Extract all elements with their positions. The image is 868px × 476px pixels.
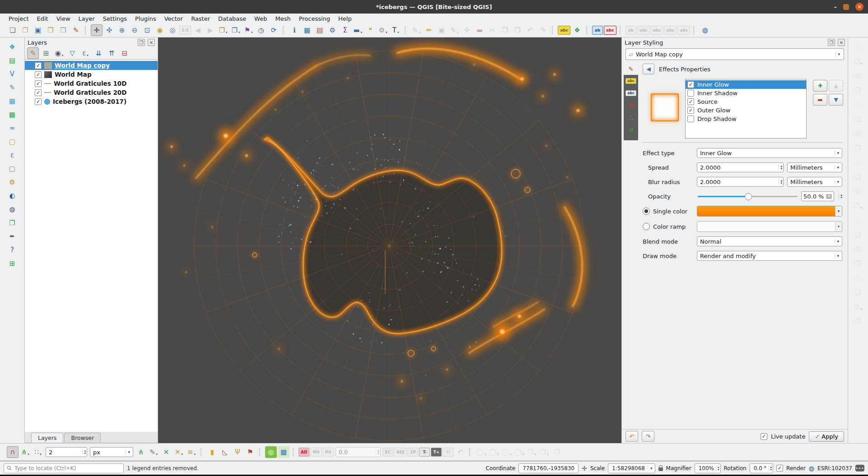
minimize-button[interactable]: – bbox=[834, 4, 837, 10]
construction-mode[interactable]: ◺ bbox=[219, 446, 231, 458]
layer-item[interactable]: ✓World Graticules 20D bbox=[25, 88, 158, 97]
scale-select[interactable]: 1:58298068 ▾ bbox=[608, 463, 655, 473]
layer-labeling-options[interactable]: abc bbox=[558, 26, 570, 35]
map-canvas[interactable] bbox=[158, 37, 621, 443]
collapse-all[interactable]: ⇈ bbox=[106, 47, 117, 59]
pin-labels[interactable]: ab bbox=[592, 26, 603, 35]
tab-browser[interactable]: Browser bbox=[64, 433, 101, 443]
apply-button[interactable]: ✓ Apply bbox=[809, 431, 844, 442]
invert-selection[interactable]: ◐ bbox=[6, 190, 18, 202]
show-layout-manager[interactable]: ❒ bbox=[57, 24, 69, 36]
snapping-on-intersection[interactable]: ✕ bbox=[160, 446, 172, 458]
effect-checkbox[interactable] bbox=[687, 116, 694, 122]
spread-input[interactable]: 2.0000 ▴▾ bbox=[697, 162, 784, 172]
save-project[interactable]: ▣ bbox=[32, 24, 44, 36]
menu-view[interactable]: View bbox=[52, 14, 75, 23]
metasearch[interactable]: ◍ bbox=[699, 24, 711, 36]
float-panel-icon[interactable]: ❐ bbox=[828, 39, 835, 46]
enable-tracing[interactable]: ≋▾ bbox=[186, 446, 197, 458]
menu-mesh[interactable]: Mesh bbox=[271, 14, 294, 23]
deselect-features[interactable]: ▢ bbox=[6, 163, 18, 175]
statistical-summary-dock[interactable]: ▤ bbox=[6, 55, 18, 66]
remove-effect-button[interactable]: ▬ bbox=[813, 94, 827, 106]
cad-t-minus[interactable]: T- bbox=[419, 448, 430, 457]
effect-item[interactable]: Inner Shadow bbox=[686, 89, 806, 97]
layer-visibility-checkbox[interactable]: ✓ bbox=[35, 98, 42, 105]
add-effect-button[interactable]: ✚ bbox=[813, 80, 827, 92]
osm-edit[interactable]: ▩ bbox=[278, 446, 289, 458]
single-color-radio[interactable] bbox=[643, 208, 650, 215]
filter-by-expression[interactable]: ε▾ bbox=[79, 47, 91, 59]
effect-checkbox[interactable]: ✓ bbox=[687, 107, 694, 114]
menu-settings[interactable]: Settings bbox=[99, 14, 131, 23]
messages-button[interactable]: ••• bbox=[855, 465, 864, 471]
effect-type-select[interactable]: Inner Glow ▾ bbox=[697, 148, 842, 158]
menu-plugins[interactable]: Plugins bbox=[131, 14, 160, 23]
layer-diagram-options[interactable]: ❖ bbox=[571, 24, 583, 36]
show-spatial-bookmarks[interactable]: ⚑▾ bbox=[243, 24, 254, 36]
field-calculator-left[interactable]: ✎ bbox=[6, 82, 18, 93]
tab-history[interactable]: ↺ bbox=[624, 124, 638, 136]
menu-web[interactable]: Web bbox=[250, 14, 271, 23]
menu-vector[interactable]: Vector bbox=[160, 14, 187, 23]
open-attribute-table[interactable]: ▦ bbox=[301, 24, 313, 36]
field-calculator[interactable]: Σ bbox=[339, 24, 351, 36]
effect-checkbox[interactable]: ✓ bbox=[687, 98, 694, 105]
single-color-swatch[interactable]: ▾ bbox=[697, 206, 842, 217]
draw-mode-select[interactable]: Render and modify ▾ bbox=[697, 251, 842, 261]
move-effect-down-button[interactable]: ▼ bbox=[829, 94, 843, 106]
highlight-pinned-labels[interactable]: abc bbox=[604, 26, 616, 35]
float-panel-icon[interactable]: ❐ bbox=[138, 39, 145, 46]
annotation-pen[interactable]: ✒ bbox=[6, 231, 18, 242]
zoom-in[interactable]: ⊕ bbox=[116, 24, 128, 36]
effect-checkbox[interactable] bbox=[687, 90, 694, 97]
extents-icon[interactable]: ✛ bbox=[582, 465, 587, 472]
blur-radius-input[interactable]: 2.0000 ▴▾ bbox=[697, 177, 784, 187]
cad-enable[interactable]: AD bbox=[299, 448, 309, 457]
add-spatialite-layer[interactable]: ❒ bbox=[6, 217, 18, 229]
layer-item[interactable]: ✓World Graticules 10D bbox=[25, 79, 158, 88]
snapping-mode[interactable]: ⋔▾ bbox=[19, 446, 31, 458]
osm-toolbox[interactable]: ⚙ bbox=[6, 176, 18, 188]
temporal-controller[interactable]: ◷ bbox=[255, 24, 267, 36]
filter-legend[interactable]: ▽ bbox=[66, 47, 78, 59]
menu-processing[interactable]: Processing bbox=[295, 14, 334, 23]
effect-item[interactable]: ✓Source bbox=[686, 97, 806, 106]
measure[interactable]: ▬▾ bbox=[352, 24, 364, 36]
new-shapefile-layer[interactable]: ⊞ bbox=[6, 258, 18, 269]
remove-layer[interactable]: ⊟ bbox=[119, 47, 131, 59]
new-3d-map-view[interactable]: ❒▾ bbox=[230, 24, 242, 36]
tab-diagrams[interactable]: ∴ bbox=[624, 111, 638, 124]
check-geometries[interactable]: ⚑ bbox=[244, 446, 256, 458]
add-group[interactable]: ⊞ bbox=[40, 47, 52, 59]
spinner-arrows[interactable]: ▴▾ bbox=[716, 466, 719, 471]
open-layer-styling-panel[interactable]: ✎ bbox=[27, 47, 39, 59]
color-ramp-swatch[interactable]: ▾ bbox=[697, 221, 842, 232]
blur-unit-select[interactable]: Millimeters ▾ bbox=[787, 177, 842, 187]
expand-all[interactable]: ⇊ bbox=[93, 47, 104, 59]
pan-map-to-selection[interactable]: ✣ bbox=[103, 24, 115, 36]
menu-help[interactable]: Help bbox=[334, 14, 356, 23]
menu-edit[interactable]: Edit bbox=[33, 14, 52, 23]
magnifier-input[interactable]: 100% ▴▾ bbox=[695, 463, 721, 473]
tab-symbology[interactable]: ✎ bbox=[624, 63, 638, 75]
select-by-expression[interactable]: ε bbox=[6, 149, 18, 161]
new-print-layout[interactable]: ❐ bbox=[45, 24, 56, 36]
undo-style-button[interactable]: ↶ bbox=[625, 431, 638, 442]
rotation-input[interactable]: 0.0 ° ▴▾ bbox=[750, 463, 773, 473]
world-map-tool[interactable]: ◍ bbox=[6, 203, 18, 215]
layer-item[interactable]: ✓World Map bbox=[25, 70, 158, 79]
effect-item[interactable]: ✓Outer Glow bbox=[686, 106, 806, 115]
refresh-map[interactable]: ⟳ bbox=[268, 24, 280, 36]
effect-item[interactable]: ✓Inner Glow bbox=[686, 80, 806, 89]
spinner-arrows[interactable]: ▴▾ bbox=[769, 466, 772, 471]
select-by-rectangle[interactable]: ▢ bbox=[6, 136, 18, 148]
menu-project[interactable]: Project bbox=[5, 14, 33, 23]
elevation-profile[interactable]: ≈ bbox=[6, 122, 18, 134]
zoom-out[interactable]: ⊖ bbox=[129, 24, 140, 36]
layer-visibility-checkbox[interactable]: ✓ bbox=[35, 89, 42, 96]
back-button[interactable]: ◀ bbox=[643, 64, 654, 74]
processing-toolbox[interactable]: ⚙ bbox=[327, 24, 338, 36]
effect-checkbox[interactable]: ✓ bbox=[687, 81, 694, 88]
add-vector-layer[interactable]: V bbox=[6, 68, 18, 80]
